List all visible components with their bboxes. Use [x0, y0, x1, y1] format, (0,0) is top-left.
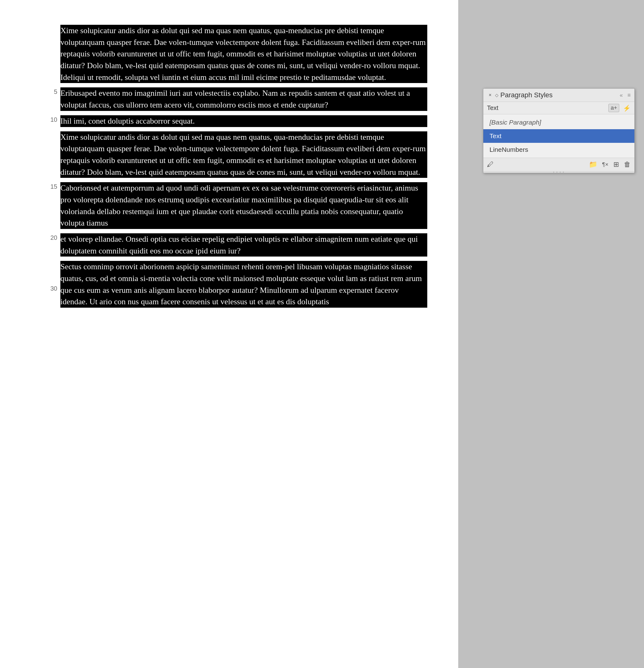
- line-number-20: 15: [43, 182, 57, 191]
- menu-button[interactable]: ≡: [627, 92, 631, 98]
- panel-resize-handle[interactable]: • • • •: [483, 171, 634, 173]
- line-number-10: 10: [43, 115, 57, 124]
- line-number-25: 20: [43, 233, 57, 242]
- style-item-linenumbers[interactable]: LineNumbers: [483, 143, 634, 156]
- document-area: Xime solupicatur andis dior as dolut qui…: [0, 0, 458, 668]
- paragraph-block-5: 15 Caborionsed et autemporrum ad quod un…: [43, 182, 427, 229]
- paragraph-block-7: 30 Sectus comnimp orrovit aborionem aspi…: [43, 261, 427, 308]
- style-edit-icon[interactable]: 🖊: [487, 161, 494, 169]
- line-number-5: 5: [43, 87, 57, 96]
- lightning-icon[interactable]: ⚡: [623, 104, 631, 112]
- folder-icon[interactable]: 📁: [589, 161, 597, 169]
- paragraph-block-4: Xime solupicatur andis dior as dolut qui…: [43, 131, 427, 178]
- para-text-2: Eribusaped evento mo imagnimil iuri aut …: [60, 87, 427, 111]
- collapse-button[interactable]: «: [619, 92, 623, 98]
- para-text-1: Xime solupicatur andis dior as dolut qui…: [60, 25, 427, 83]
- panel-title-right: « ≡: [619, 92, 631, 98]
- panel-toolbar-badge[interactable]: a+: [608, 104, 619, 112]
- delete-style-icon[interactable]: 🗑: [624, 161, 631, 169]
- style-item-basic-paragraph[interactable]: [Basic Paragraph]: [483, 116, 634, 129]
- panel-title: Paragraph Styles: [500, 91, 553, 99]
- paragraph-block-3: 10 Ihil imi, conet doluptis accaborror s…: [43, 115, 427, 127]
- para-text-5: Caborionsed et autemporrum ad quod undi …: [60, 182, 427, 229]
- panel-title-bar: × ◇ Paragraph Styles « ≡: [483, 89, 634, 102]
- para-text-3: Ihil imi, conet doluptis accaborror sequ…: [60, 115, 427, 127]
- paragraph-block-1: Xime solupicatur andis dior as dolut qui…: [43, 25, 427, 83]
- add-style-icon[interactable]: ⊞: [613, 161, 619, 169]
- panel-close-button[interactable]: ×: [487, 92, 493, 98]
- resize-dots: • • • •: [553, 170, 564, 174]
- paragraph-block-6: 20 et volorep ellandae. Onsedi optia cus…: [43, 233, 427, 257]
- paragraph-styles-panel: × ◇ Paragraph Styles « ≡ Text a+ ⚡ [Basi…: [483, 88, 635, 173]
- panel-toolbar-right: a+ ⚡: [608, 104, 631, 112]
- panel-styles-list: [Basic Paragraph] Text LineNumbers: [483, 114, 634, 158]
- para-text-4: Xime solupicatur andis dior as dolut qui…: [60, 131, 427, 178]
- panel-title-left: × ◇ Paragraph Styles: [487, 91, 553, 99]
- paragraph-styles-icon: ◇: [495, 93, 499, 97]
- paragraph-block-2: 5 Eribusaped evento mo imagnimil iuri au…: [43, 87, 427, 111]
- panel-toolbar: Text a+ ⚡: [483, 102, 634, 114]
- show-hidden-icon[interactable]: ¶×: [602, 162, 608, 168]
- para-text-6: et volorep ellandae. Onsedi optia cus ei…: [60, 233, 427, 257]
- line-number-30: 30: [43, 284, 57, 293]
- panel-footer-right: 📁 ¶× ⊞ 🗑: [589, 161, 631, 169]
- para-text-7: Sectus comnimp orrovit aborionem aspicip…: [60, 261, 427, 308]
- panel-toolbar-label: Text: [487, 104, 499, 111]
- style-item-text[interactable]: Text: [483, 129, 634, 143]
- panel-footer: 🖊 📁 ¶× ⊞ 🗑: [483, 158, 634, 171]
- text-block: Xime solupicatur andis dior as dolut qui…: [43, 25, 427, 309]
